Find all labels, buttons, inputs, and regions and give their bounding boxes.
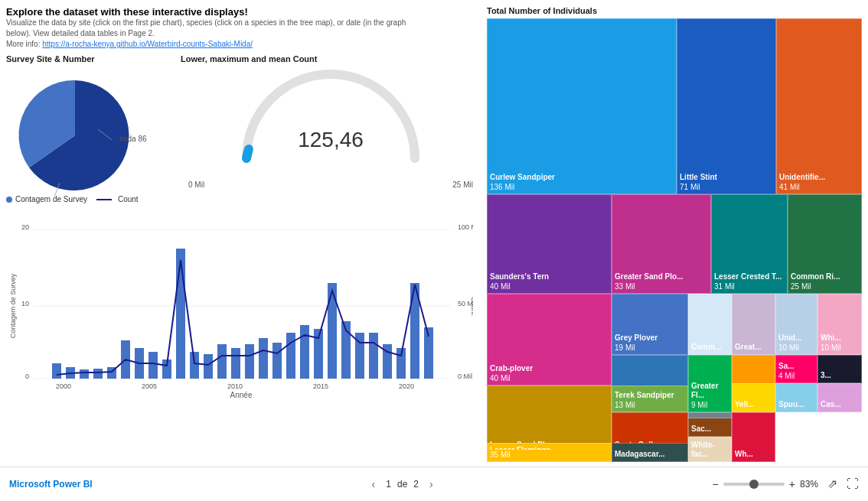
top-charts-row: Survey Site & Number mida 86	[6, 54, 481, 189]
species-count: 4 Mil	[778, 372, 814, 380]
svg-text:2010: 2010	[227, 382, 243, 390]
treemap-cell[interactable]: Terek Sandpiper13 Mil	[612, 386, 688, 412]
right-panel: Total Number of Individuals Curlew Sandp…	[487, 6, 862, 460]
treemap-cell[interactable]: Common Ri...25 Mil	[788, 194, 862, 294]
legend-survey-dot	[6, 197, 12, 203]
zoom-controls: − + 83%	[713, 478, 818, 490]
gauge-title: Lower, maximum and mean Count	[181, 54, 481, 63]
header-section: Explore the dataset with these interacti…	[6, 6, 481, 50]
species-label: Great...	[735, 343, 772, 352]
treemap-cell[interactable]: Great...	[732, 294, 775, 355]
svg-rect-22	[80, 369, 89, 379]
treemap-cell[interactable]: Crab-plover40 Mil	[487, 294, 612, 386]
svg-text:2005: 2005	[142, 382, 157, 390]
treemap-cell[interactable]: Grey Plover19 Mil	[612, 294, 688, 355]
species-count: 41 Mil	[779, 183, 859, 191]
svg-rect-34	[245, 344, 254, 379]
treemap-cell[interactable]: Curlew Sandpiper136 Mil	[487, 18, 677, 194]
svg-rect-27	[148, 352, 158, 379]
species-count: 40 Mil	[490, 374, 609, 382]
treemap-container[interactable]: Curlew Sandpiper136 MilLittle Stint71 Mi…	[487, 18, 862, 462]
treemap-cell[interactable]: Greater Sand Plo...33 Mil	[612, 194, 711, 294]
svg-text:Count: Count	[470, 297, 473, 316]
species-count: 19 Mil	[615, 343, 685, 352]
species-count: 40 Mil	[490, 282, 609, 291]
header-link[interactable]: https://a-rocha-kenya.github.io/Waterbir…	[42, 40, 253, 48]
svg-text:100 Mil: 100 Mil	[458, 223, 473, 231]
svg-text:125,46: 125,46	[298, 128, 364, 151]
zoom-thumb	[749, 480, 759, 489]
treemap-cell[interactable]: 3...	[817, 355, 862, 383]
species-label: Wh...	[735, 450, 772, 459]
species-label: Madagascar...	[615, 450, 685, 459]
page-total: 2	[413, 479, 419, 490]
species-count: 9 Mil	[691, 401, 729, 409]
left-panel: Explore the dataset with these interacti…	[6, 6, 481, 460]
treemap-cell[interactable]: Whi...10 Mil	[817, 294, 862, 355]
pie-svg: mida 86 sabaki 96	[6, 67, 159, 197]
gauge-section: Lower, maximum and mean Count 125,46 0 M…	[181, 54, 481, 189]
treemap-cell[interactable]: Madagascar...	[612, 443, 688, 462]
page-next-button[interactable]: ›	[425, 477, 438, 492]
main-content: Explore the dataset with these interacti…	[0, 0, 868, 467]
treemap-cell[interactable]: Sa...4 Mil	[775, 355, 817, 383]
species-label: Lesser Flamingo	[490, 446, 609, 450]
pie-chart[interactable]: mida 86 sabaki 96	[6, 67, 144, 189]
zoom-plus[interactable]: +	[789, 478, 795, 490]
line-chart-svg: 20 10 0 Contagem de Survey 100 Mil 50 Mi…	[6, 207, 473, 398]
species-label: Cas...	[821, 400, 859, 409]
species-label: Sa...	[778, 362, 814, 371]
gauge-chart: 125,46 0 Mil 25 Mil	[181, 67, 481, 189]
svg-rect-40	[328, 283, 337, 379]
treemap-cell[interactable]: Unid...10 Mil	[775, 294, 817, 355]
treemap-cell[interactable]: White-fac...	[688, 437, 732, 462]
fullscreen-icon[interactable]: ⛶	[847, 477, 859, 491]
species-count: 71 Mil	[680, 183, 773, 191]
species-label: Comm...	[691, 343, 729, 352]
species-count: 25 Mil	[791, 282, 859, 291]
svg-rect-30	[190, 352, 199, 379]
header-desc1: Visualize the data by site (click on the…	[6, 18, 481, 28]
treemap-cell[interactable]: Cas...	[817, 383, 862, 412]
species-count: 10 Mil	[778, 343, 814, 352]
treemap-title: Total Number of Individuals	[487, 6, 862, 15]
treemap-cell[interactable]: Lesser Flamingo35 Mil	[487, 443, 612, 462]
treemap-cell[interactable]: Yell...	[732, 383, 775, 412]
species-label: 3...	[821, 371, 859, 380]
powerbi-link[interactable]: Microsoft Power BI	[9, 479, 93, 490]
species-label: Little Stint	[680, 173, 773, 182]
header-title: Explore the dataset with these interacti…	[6, 6, 481, 18]
page-prev-button[interactable]: ‹	[367, 477, 380, 492]
treemap-cell[interactable]: Spuu...	[775, 383, 817, 412]
treemap-cell[interactable]: Greater Fl...9 Mil	[688, 355, 732, 412]
svg-rect-36	[272, 343, 282, 379]
species-label: Spuu...	[778, 400, 814, 409]
zoom-minus[interactable]: −	[713, 478, 719, 490]
svg-text:2000: 2000	[56, 382, 71, 390]
treemap-cell[interactable]	[688, 412, 732, 418]
svg-text:Année: Année	[230, 391, 253, 398]
species-label: Unid...	[778, 333, 814, 343]
svg-rect-43	[369, 333, 378, 379]
treemap-cell[interactable]: Lesser Crested T...31 Mil	[711, 194, 788, 294]
legend-count-line	[96, 199, 112, 200]
svg-text:0: 0	[25, 372, 29, 380]
zoom-slider[interactable]	[723, 483, 785, 486]
species-label: Greater Fl...	[691, 382, 729, 400]
share-icon[interactable]: ⇗	[827, 477, 837, 491]
treemap-cell[interactable]: Comm...	[688, 294, 732, 355]
gauge-labels: 0 Mil 25 Mil	[181, 181, 481, 189]
pie-title: Survey Site & Number	[6, 54, 175, 63]
page-current: 1	[386, 479, 391, 490]
treemap-cell[interactable]: Unidentifie...41 Mil	[776, 18, 862, 194]
line-chart[interactable]: 20 10 0 Contagem de Survey 100 Mil 50 Mi…	[6, 207, 481, 398]
gauge-min: 0 Mil	[188, 181, 204, 189]
treemap-cell[interactable]: Wh...	[732, 412, 775, 462]
svg-rect-31	[204, 354, 213, 379]
species-count: 33 Mil	[615, 282, 708, 291]
svg-text:2015: 2015	[313, 382, 328, 390]
treemap-cell[interactable]: Little Stint71 Mil	[677, 18, 776, 194]
svg-rect-29	[176, 249, 185, 379]
treemap-cell[interactable]: Saunders's Tern40 Mil	[487, 194, 612, 294]
svg-text:2020: 2020	[399, 382, 414, 390]
